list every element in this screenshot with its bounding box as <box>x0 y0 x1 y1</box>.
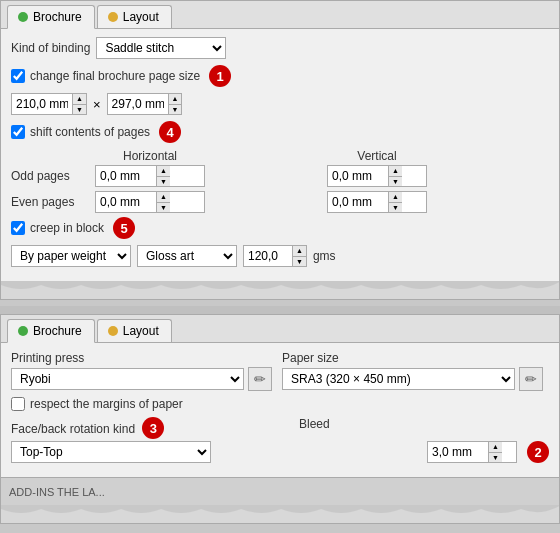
width-up-btn[interactable]: ▲ <box>72 94 86 105</box>
height-input[interactable] <box>108 95 168 113</box>
layout-dot-top <box>108 12 118 22</box>
badge-3: 3 <box>142 417 164 439</box>
bleed-up-btn[interactable]: ▲ <box>488 442 502 453</box>
shift-contents-checkbox[interactable] <box>11 125 25 139</box>
width-spinbox-btns: ▲ ▼ <box>72 94 86 114</box>
paper-size-select[interactable]: SRA3 (320 × 450 mm) A3 SRA4 <box>282 368 515 390</box>
height-up-btn[interactable]: ▲ <box>168 94 182 105</box>
creep-row: creep in block 5 <box>11 217 549 239</box>
press-size-labels: Printing press Paper size <box>11 351 549 365</box>
bleed-spinbox[interactable]: ▲ ▼ <box>427 441 517 463</box>
face-bleed-labels: Face/back rotation kind 3 Bleed <box>11 417 549 439</box>
creep-checkbox[interactable] <box>11 221 25 235</box>
odd-v-input[interactable] <box>328 167 388 185</box>
badge-5: 5 <box>113 217 135 239</box>
change-page-size-row: change final brochure page size 1 <box>11 65 549 87</box>
bottom-panel: Brochure Layout Printing press Paper siz… <box>0 314 560 524</box>
weight-down-btn[interactable]: ▼ <box>292 257 306 267</box>
bleed-spinbox-btns: ▲ ▼ <box>488 442 502 462</box>
height-spinbox-btns: ▲ ▼ <box>168 94 182 114</box>
layout-dot-bottom <box>108 326 118 336</box>
weight-spinbox[interactable]: ▲ ▼ <box>243 245 307 267</box>
binding-select[interactable]: Saddle stitch Perfect binding Wiro bindi… <box>96 37 226 59</box>
bleed-input[interactable] <box>428 443 488 461</box>
weight-input[interactable] <box>244 247 292 265</box>
width-spinbox[interactable]: ▲ ▼ <box>11 93 87 115</box>
tab-layout-top-label: Layout <box>123 10 159 24</box>
weight-spinbox-btns: ▲ ▼ <box>292 246 306 266</box>
top-panel: Brochure Layout Kind of binding Saddle s… <box>0 0 560 300</box>
tab-layout-bottom[interactable]: Layout <box>97 319 172 342</box>
offsets-header: Horizontal Vertical <box>11 149 549 163</box>
shift-contents-label: shift contents of pages <box>30 125 150 139</box>
even-v-up-btn[interactable]: ▲ <box>388 192 402 203</box>
change-page-size-checkbox[interactable] <box>11 69 25 83</box>
odd-v-spinbox[interactable]: ▲ ▼ <box>327 165 427 187</box>
even-h-spinbox[interactable]: ▲ ▼ <box>95 191 205 213</box>
page-size-row: ▲ ▼ × ▲ ▼ <box>11 93 549 115</box>
paper-type-select[interactable]: Gloss art Matte Uncoated <box>137 245 237 267</box>
odd-h-down-btn[interactable]: ▼ <box>156 177 170 187</box>
paper-size-edit-btn[interactable]: ✏ <box>519 367 543 391</box>
badge-4: 4 <box>159 121 181 143</box>
tab-layout-bottom-label: Layout <box>123 324 159 338</box>
respect-margins-label: respect the margins of paper <box>30 397 183 411</box>
even-v-spinbox-btns: ▲ ▼ <box>388 192 402 212</box>
section-gap <box>0 306 560 314</box>
bleed-down-btn[interactable]: ▼ <box>488 453 502 463</box>
bottom-tab-bar: Brochure Layout <box>1 315 559 343</box>
even-h-input[interactable] <box>96 193 156 211</box>
tab-brochure-top-label: Brochure <box>33 10 82 24</box>
top-tab-bar: Brochure Layout <box>1 1 559 29</box>
press-label: Printing press <box>11 351 244 365</box>
bleed-label: Bleed <box>299 417 549 439</box>
odd-pages-row: Odd pages ▲ ▼ ▲ ▼ <box>11 165 549 187</box>
odd-h-spinbox-btns: ▲ ▼ <box>156 166 170 186</box>
press-select[interactable]: Ryobi Heidelberg Komori <box>11 368 244 390</box>
tab-brochure-top[interactable]: Brochure <box>7 5 95 29</box>
badge-1: 1 <box>209 65 231 87</box>
odd-v-up-btn[interactable]: ▲ <box>388 166 402 177</box>
binding-row: Kind of binding Saddle stitch Perfect bi… <box>11 37 549 59</box>
even-v-input[interactable] <box>328 193 388 211</box>
tab-brochure-bottom-label: Brochure <box>33 324 82 338</box>
top-panel-footer <box>1 281 559 299</box>
even-v-down-btn[interactable]: ▼ <box>388 203 402 213</box>
face-back-select[interactable]: Top-Top Top-Bottom <box>11 441 211 463</box>
odd-h-input[interactable] <box>96 167 156 185</box>
paper-weight-row: By paper weight Manual Gloss art Matte U… <box>11 245 549 267</box>
x-separator: × <box>93 97 101 112</box>
even-h-down-btn[interactable]: ▼ <box>156 203 170 213</box>
odd-h-spinbox[interactable]: ▲ ▼ <box>95 165 205 187</box>
brochure-dot-bottom <box>18 326 28 336</box>
bottom-panel-body: Printing press Paper size Ryobi Heidelbe… <box>1 343 559 477</box>
odd-h-up-btn[interactable]: ▲ <box>156 166 170 177</box>
respect-margins-row: respect the margins of paper <box>11 397 549 411</box>
top-panel-body: Kind of binding Saddle stitch Perfect bi… <box>1 29 559 281</box>
weight-up-btn[interactable]: ▲ <box>292 246 306 257</box>
height-spinbox[interactable]: ▲ ▼ <box>107 93 183 115</box>
odd-v-down-btn[interactable]: ▼ <box>388 177 402 187</box>
respect-margins-checkbox[interactable] <box>11 397 25 411</box>
horizontal-header: Horizontal <box>95 149 205 163</box>
press-edit-btn[interactable]: ✏ <box>248 367 272 391</box>
press-size-row: Ryobi Heidelberg Komori ✏ SRA3 (320 × 45… <box>11 367 549 391</box>
even-h-up-btn[interactable]: ▲ <box>156 192 170 203</box>
odd-v-spinbox-btns: ▲ ▼ <box>388 166 402 186</box>
paper-size-label: Paper size <box>282 351 515 365</box>
bottom-panel-footer <box>1 505 559 523</box>
jagged-svg-top <box>1 281 559 299</box>
width-down-btn[interactable]: ▼ <box>72 105 86 115</box>
change-page-size-label: change final brochure page size <box>30 69 200 83</box>
tab-brochure-bottom[interactable]: Brochure <box>7 319 95 343</box>
paper-weight-select[interactable]: By paper weight Manual <box>11 245 131 267</box>
brochure-dot-top <box>18 12 28 22</box>
height-down-btn[interactable]: ▼ <box>168 105 182 115</box>
face-bleed-row: Top-Top Top-Bottom ▲ ▼ 2 <box>11 441 549 463</box>
odd-pages-label: Odd pages <box>11 169 91 183</box>
even-v-spinbox[interactable]: ▲ ▼ <box>327 191 427 213</box>
width-input[interactable] <box>12 95 72 113</box>
creep-label: creep in block <box>30 221 104 235</box>
bottom-footer-bar: ADD-INS THE LA... <box>1 477 559 505</box>
tab-layout-top[interactable]: Layout <box>97 5 172 28</box>
